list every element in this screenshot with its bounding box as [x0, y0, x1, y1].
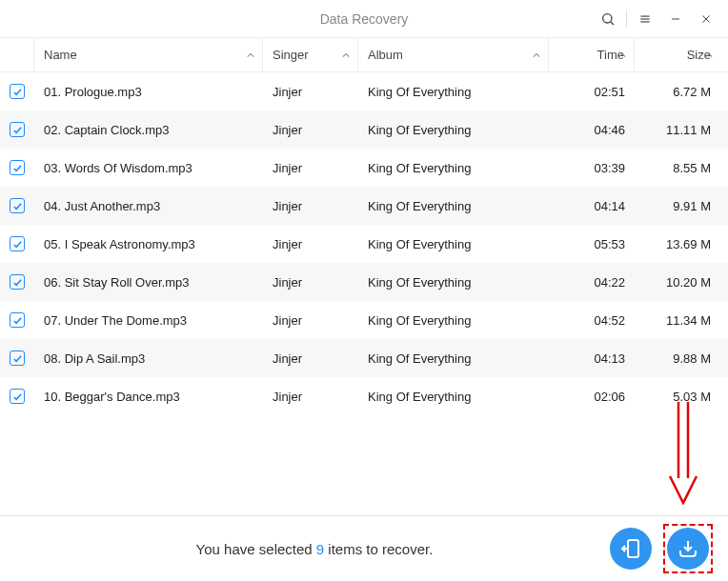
table-row[interactable]: 05. I Speak Astronomy.mp3JinjerKing Of E… [0, 225, 728, 263]
table-row[interactable]: 02. Captain Clock.mp3JinjerKing Of Every… [0, 110, 728, 149]
footer-prefix: You have selected [196, 541, 316, 557]
file-singer: Jinjer [273, 351, 302, 366]
cell-album: King Of Everything [358, 85, 549, 99]
cell-name: 05. I Speak Astronomy.mp3 [34, 237, 263, 251]
row-checkbox[interactable] [10, 351, 25, 366]
file-size: 10.20 M [666, 275, 711, 290]
file-album: King Of Everything [368, 313, 471, 328]
file-name: 05. I Speak Astronomy.mp3 [44, 237, 195, 251]
cell-check [0, 84, 34, 99]
titlebar-actions [594, 5, 728, 33]
file-name: 08. Dip A Sail.mp3 [44, 351, 145, 366]
file-name: 06. Sit Stay Roll Over.mp3 [44, 275, 189, 290]
row-checkbox[interactable] [10, 198, 25, 213]
cell-time: 05:53 [549, 237, 635, 251]
header-name[interactable]: Name [34, 38, 263, 71]
row-checkbox[interactable] [10, 160, 25, 175]
file-album: King Of Everything [368, 237, 471, 251]
table-row[interactable]: 04. Just Another.mp3JinjerKing Of Everyt… [0, 187, 728, 225]
file-name: 02. Captain Clock.mp3 [44, 123, 170, 137]
cell-singer: Jinjer [263, 275, 358, 290]
recover-to-pc-button[interactable] [667, 528, 709, 570]
download-icon [677, 537, 699, 560]
header-album-label: Album [368, 48, 403, 62]
file-album: King Of Everything [368, 161, 471, 175]
file-time: 04:52 [594, 313, 625, 328]
row-checkbox[interactable] [10, 84, 25, 99]
recover-to-device-button[interactable] [610, 528, 652, 570]
cell-time: 02:06 [549, 390, 635, 404]
header-album[interactable]: Album [358, 38, 549, 71]
file-singer: Jinjer [273, 199, 302, 213]
row-checkbox[interactable] [10, 274, 25, 290]
file-size: 13.69 M [666, 237, 711, 251]
minimize-button[interactable] [661, 5, 690, 33]
cell-size: 5.03 M [635, 390, 720, 404]
cell-album: King Of Everything [358, 123, 549, 137]
header-check[interactable] [0, 38, 34, 71]
footer-buttons [610, 528, 709, 570]
table-row[interactable]: 01. Prologue.mp3JinjerKing Of Everything… [0, 72, 728, 110]
cell-singer: Jinjer [263, 351, 358, 366]
cell-time: 04:14 [549, 199, 635, 213]
row-checkbox[interactable] [10, 312, 25, 328]
file-size: 9.88 M [673, 351, 711, 366]
cell-name: 06. Sit Stay Roll Over.mp3 [34, 275, 263, 290]
header-time[interactable]: Time [549, 38, 635, 71]
minimize-icon [670, 13, 681, 25]
file-singer: Jinjer [273, 275, 302, 290]
table-row[interactable]: 08. Dip A Sail.mp3JinjerKing Of Everythi… [0, 339, 728, 377]
table-row[interactable]: 06. Sit Stay Roll Over.mp3JinjerKing Of … [0, 263, 728, 301]
cell-name: 01. Prologue.mp3 [34, 85, 263, 99]
header-singer[interactable]: Singer [263, 38, 358, 71]
search-icon [600, 11, 616, 27]
row-checkbox[interactable] [10, 236, 25, 251]
cell-time: 04:22 [549, 275, 635, 290]
svg-rect-10 [628, 540, 638, 557]
file-time: 05:53 [594, 237, 625, 251]
cell-album: King Of Everything [358, 275, 549, 290]
file-singer: Jinjer [273, 390, 302, 404]
close-icon [700, 13, 712, 25]
cell-name: 04. Just Another.mp3 [34, 199, 263, 213]
cell-name: 08. Dip A Sail.mp3 [34, 351, 263, 366]
table-row[interactable]: 03. Words Of Wisdom.mp3JinjerKing Of Eve… [0, 149, 728, 187]
header-size[interactable]: Size [635, 38, 720, 71]
footer-text: You have selected 9 items to recover. [19, 541, 610, 557]
file-name: 10. Beggar's Dance.mp3 [44, 390, 180, 404]
cell-size: 10.20 M [635, 275, 720, 290]
row-checkbox[interactable] [10, 389, 25, 404]
search-button[interactable] [594, 5, 622, 33]
cell-name: 02. Captain Clock.mp3 [34, 123, 263, 137]
row-checkbox[interactable] [10, 122, 25, 137]
close-button[interactable] [692, 5, 720, 33]
file-time: 02:51 [594, 85, 625, 99]
table-header: Name Singer Album Time Size [0, 38, 728, 72]
cell-time: 03:39 [549, 161, 635, 175]
footer-count: 9 [316, 541, 324, 557]
cell-check [0, 351, 34, 366]
cell-album: King Of Everything [358, 199, 549, 213]
cell-album: King Of Everything [358, 161, 549, 175]
table-row[interactable]: 10. Beggar's Dance.mp3JinjerKing Of Ever… [0, 377, 728, 415]
file-time: 03:39 [594, 161, 625, 175]
file-singer: Jinjer [273, 161, 302, 175]
cell-album: King Of Everything [358, 351, 549, 366]
cell-check [0, 312, 34, 328]
menu-button[interactable] [631, 5, 659, 33]
sort-caret-icon [533, 48, 540, 62]
file-album: King Of Everything [368, 123, 471, 137]
svg-point-0 [603, 13, 612, 22]
cell-name: 10. Beggar's Dance.mp3 [34, 390, 263, 404]
file-time: 04:13 [594, 351, 625, 366]
file-size: 11.34 M [666, 313, 711, 328]
file-album: King Of Everything [368, 199, 471, 213]
cell-singer: Jinjer [263, 161, 358, 175]
file-time: 04:22 [594, 275, 625, 290]
cell-singer: Jinjer [263, 237, 358, 251]
cell-size: 8.55 M [635, 161, 720, 175]
file-size: 5.03 M [673, 390, 711, 404]
cell-time: 02:51 [549, 85, 635, 99]
table-row[interactable]: 07. Under The Dome.mp3JinjerKing Of Ever… [0, 301, 728, 339]
header-name-label: Name [44, 48, 77, 62]
